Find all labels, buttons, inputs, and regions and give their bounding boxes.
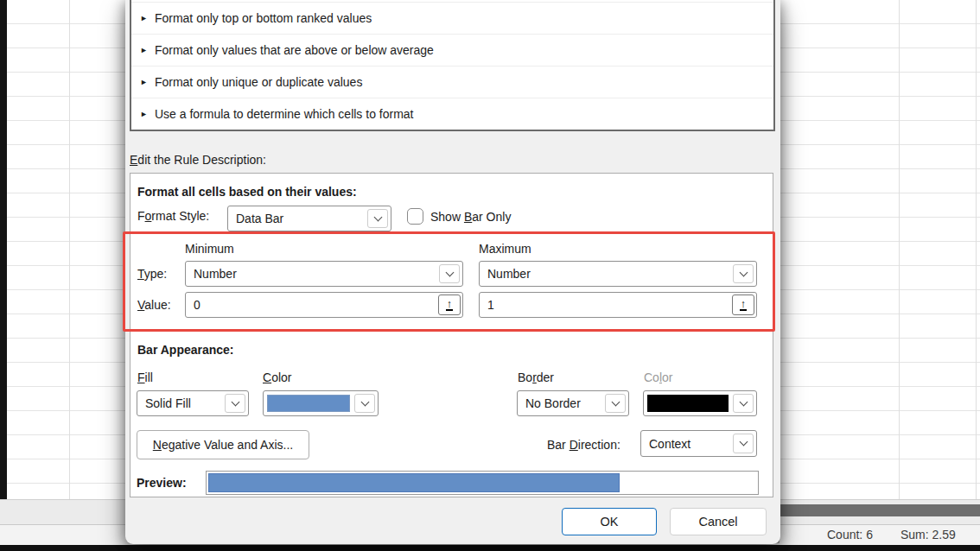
spreadsheet-grid-right — [780, 0, 980, 499]
show-bar-only-label: Show Bar Only — [430, 210, 511, 224]
collapse-dialog-button[interactable]: ↑ — [732, 294, 754, 315]
maximum-value: 1 — [487, 298, 494, 312]
fill-color-select[interactable] — [263, 390, 379, 416]
border-label: Border — [518, 370, 554, 384]
type-label: Type: — [137, 267, 167, 281]
rule-description-panel: Format all cells based on their values: … — [130, 173, 773, 497]
border-color-label: Color — [644, 370, 672, 384]
minimum-value-input[interactable]: 0 ↑ — [185, 292, 463, 318]
preview-data-bar — [208, 473, 620, 492]
arrow-bullet-icon: ► — [140, 110, 148, 118]
grid-column-line — [899, 0, 900, 499]
chevron-down-icon[interactable] — [733, 434, 754, 453]
maximum-type-value: Number — [487, 267, 531, 281]
minimum-header: Minimum — [185, 242, 234, 256]
border-type-select[interactable]: No Border — [517, 390, 629, 416]
format-style-select[interactable]: Data Bar — [227, 206, 391, 231]
preview-label: Preview: — [137, 476, 187, 490]
negative-value-axis-button[interactable]: Negative Value and Axis... — [137, 430, 309, 459]
rule-type-label: Format only top or bottom ranked values — [155, 11, 372, 25]
new-formatting-rule-dialog: ► Format only top or bottom ranked value… — [125, 0, 780, 544]
fill-type-value: Solid Fill — [145, 396, 191, 410]
bar-direction-value: Context — [649, 437, 690, 451]
chevron-down-icon[interactable] — [733, 264, 754, 283]
grid-column-line — [69, 0, 70, 499]
arrow-bullet-icon: ► — [140, 14, 148, 22]
maximum-header: Maximum — [479, 242, 531, 256]
rule-type-option[interactable]: ► Format only top or bottom ranked value… — [131, 2, 773, 34]
rule-type-label: Format only unique or duplicate values — [155, 75, 362, 89]
border-color-swatch — [647, 395, 729, 412]
minimum-type-value: Number — [194, 267, 237, 281]
panel-header: Format all cells based on their values: — [137, 185, 357, 199]
up-arrow-bar-icon: ↑ — [740, 299, 748, 311]
horizontal-scrollbar[interactable] — [780, 504, 980, 516]
format-style-label: Format Style: — [137, 209, 209, 223]
chevron-down-icon[interactable] — [605, 394, 626, 413]
chevron-down-icon[interactable] — [439, 264, 460, 283]
grid-column-line — [976, 0, 977, 499]
fill-type-select[interactable]: Solid Fill — [137, 390, 249, 416]
status-count: Count: 6 — [827, 528, 873, 542]
rule-type-option[interactable]: ► Use a formula to determine which cells… — [131, 98, 773, 130]
maximum-value-input[interactable]: 1 ↑ — [479, 292, 757, 318]
value-label: Value: — [137, 298, 171, 312]
rule-type-label: Format only values that are above or bel… — [155, 43, 434, 57]
minimum-type-select[interactable]: Number — [185, 261, 463, 287]
fill-color-swatch — [267, 395, 350, 412]
chevron-down-icon[interactable] — [367, 209, 388, 228]
chevron-down-icon[interactable] — [354, 394, 375, 413]
rule-type-label: Use a formula to determine which cells t… — [155, 107, 414, 121]
arrow-bullet-icon: ► — [140, 46, 148, 54]
fill-label: Fill — [137, 370, 153, 384]
bar-direction-select[interactable]: Context — [640, 430, 757, 457]
spreadsheet-grid-left — [7, 0, 125, 499]
border-color-select[interactable] — [643, 390, 757, 416]
edit-rule-description-label: Edit the Rule Description: — [130, 153, 266, 167]
collapse-dialog-button[interactable]: ↑ — [438, 294, 461, 315]
preview-box — [206, 471, 759, 495]
rule-type-option[interactable]: ► Format only unique or duplicate values — [131, 66, 773, 98]
screen-left-edge — [0, 0, 7, 551]
chevron-down-icon[interactable] — [733, 394, 754, 413]
bar-appearance-header: Bar Appearance: — [137, 343, 234, 357]
fill-color-label: Color — [263, 370, 291, 384]
rule-type-list: ► Format only top or bottom ranked value… — [130, 0, 775, 131]
minimum-value: 0 — [194, 298, 200, 312]
bar-direction-label: Bar Direction: — [547, 438, 620, 452]
ok-button[interactable]: OK — [562, 508, 657, 535]
arrow-bullet-icon: ► — [140, 78, 148, 86]
maximum-type-select[interactable]: Number — [479, 261, 757, 287]
screen-bottom-edge — [0, 545, 980, 551]
rule-type-option[interactable]: ► Format only values that are above or b… — [131, 34, 773, 66]
excel-screen: Average: 0.43166667 Count: 6 Sum: 2.59 ►… — [0, 0, 980, 551]
border-type-value: No Border — [525, 396, 581, 410]
cancel-button[interactable]: Cancel — [670, 508, 767, 535]
show-bar-only-checkbox[interactable] — [407, 208, 423, 225]
up-arrow-bar-icon: ↑ — [446, 299, 454, 311]
status-sum: Sum: 2.59 — [900, 528, 956, 542]
format-style-value: Data Bar — [236, 212, 283, 225]
chevron-down-icon[interactable] — [225, 394, 245, 413]
